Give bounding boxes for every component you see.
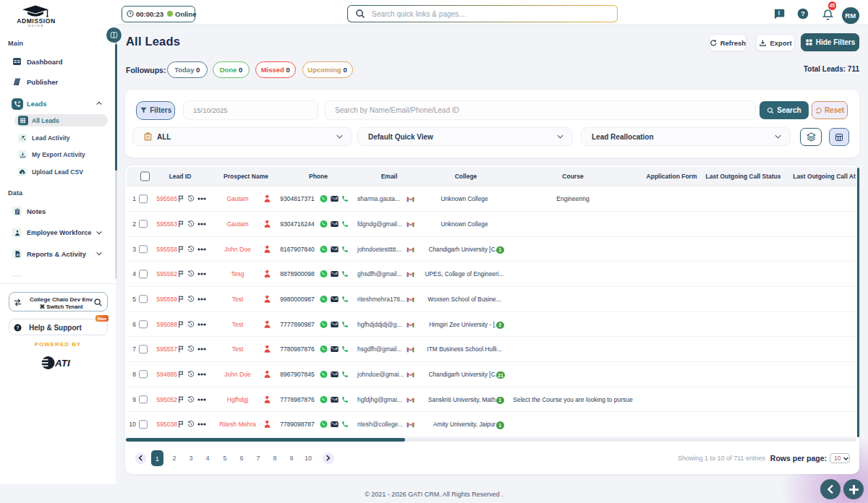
svg-text:ATI: ATI: [54, 358, 70, 369]
svg-text:!: !: [778, 9, 780, 17]
svg-text:?: ?: [801, 9, 805, 17]
svg-text:?: ?: [17, 324, 20, 330]
